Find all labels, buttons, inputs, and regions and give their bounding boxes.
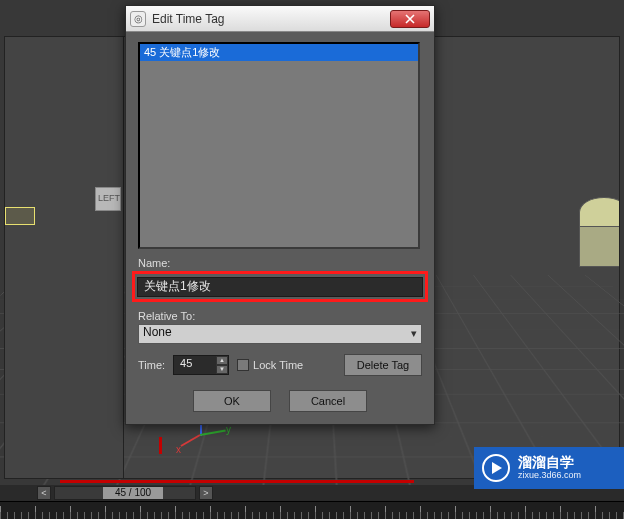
dialog-title: Edit Time Tag <box>152 12 390 26</box>
timeline-next-button[interactable]: > <box>199 486 213 500</box>
play-icon <box>482 454 510 482</box>
highlight-box <box>132 271 428 302</box>
close-button[interactable] <box>390 10 430 28</box>
tag-listbox[interactable]: 45 关键点1修改 <box>138 42 420 249</box>
time-label: Time: <box>138 359 165 371</box>
time-value: 45 <box>180 357 192 369</box>
timeline-prev-button[interactable]: < <box>37 486 51 500</box>
dialog-titlebar[interactable]: ◎ Edit Time Tag <box>126 6 434 32</box>
delete-tag-button[interactable]: Delete Tag <box>344 354 422 376</box>
close-icon <box>405 14 415 24</box>
checkbox-icon <box>237 359 249 371</box>
list-item[interactable]: 45 关键点1修改 <box>140 44 418 61</box>
timeline-thumb[interactable]: 45 / 100 <box>103 487 163 499</box>
timeline-track[interactable]: 45 / 100 <box>54 486 196 500</box>
scene-object <box>569 187 619 267</box>
lock-time-checkbox[interactable]: Lock Time <box>237 359 303 371</box>
watermark-badge: 溜溜自学 zixue.3d66.com <box>474 447 624 489</box>
selection-box <box>5 207 35 225</box>
spinner-down[interactable]: ▼ <box>216 365 228 374</box>
relative-label: Relative To: <box>138 310 422 322</box>
name-input[interactable] <box>137 277 423 297</box>
time-spinner[interactable]: 45 ▲ ▼ <box>173 355 229 375</box>
viewport-left[interactable]: LEFT <box>4 36 124 479</box>
name-label: Name: <box>138 257 422 269</box>
ok-button[interactable]: OK <box>193 390 271 412</box>
relative-value: None <box>143 325 172 339</box>
lock-time-label: Lock Time <box>253 359 303 371</box>
watermark-brand: 溜溜自学 <box>518 455 581 470</box>
cancel-button[interactable]: Cancel <box>289 390 367 412</box>
relative-select[interactable]: None <box>138 324 422 344</box>
timeline-ruler[interactable] <box>0 501 624 519</box>
app-icon: ◎ <box>130 11 146 27</box>
edit-time-tag-dialog: ◎ Edit Time Tag 45 关键点1修改 Name: Relative… <box>125 5 435 425</box>
watermark-url: zixue.3d66.com <box>518 471 581 481</box>
left-view-label: LEFT <box>95 187 121 211</box>
spinner-up[interactable]: ▲ <box>216 356 228 365</box>
